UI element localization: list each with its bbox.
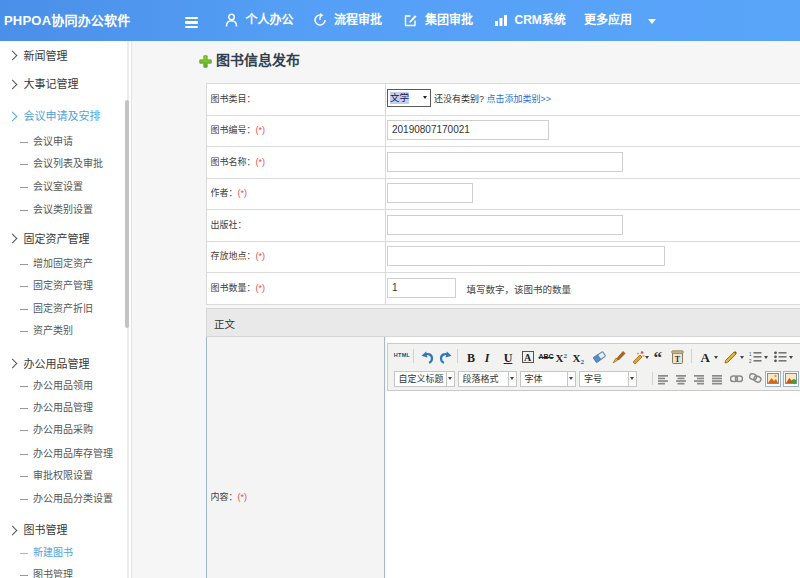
svg-text:T: T bbox=[674, 355, 680, 364]
svg-text:1: 1 bbox=[749, 352, 752, 357]
svg-text:2: 2 bbox=[749, 359, 752, 364]
